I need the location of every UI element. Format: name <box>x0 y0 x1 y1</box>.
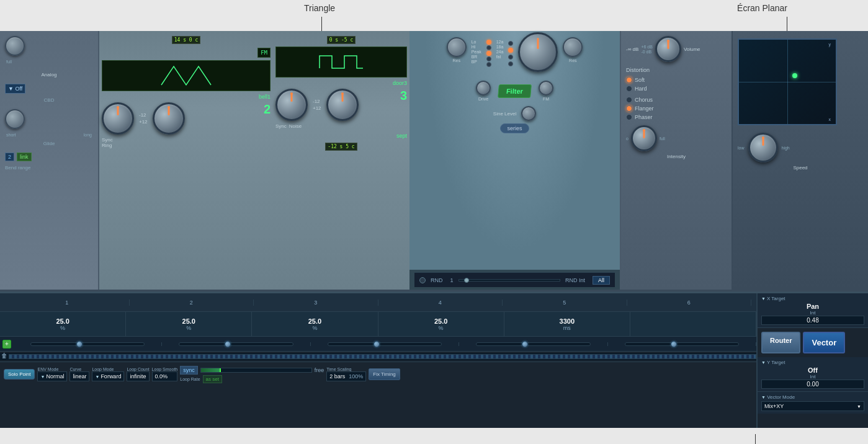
freq-24a-led[interactable] <box>508 55 513 60</box>
vector-mode-dropdown[interactable]: Mix+XY ▼ <box>761 401 864 411</box>
soft-effect[interactable]: Soft <box>626 77 727 83</box>
val-3: 25.0 % <box>252 312 378 336</box>
link-btn[interactable]: link <box>17 153 32 161</box>
off-dropdown[interactable]: ▼ Off <box>5 84 25 94</box>
env-waveform-bar[interactable] <box>9 354 756 359</box>
osc3-name: sept <box>275 133 407 139</box>
vector-btn[interactable]: Vector <box>803 332 845 353</box>
triangle-wave-svg <box>158 63 214 88</box>
slider-4[interactable] <box>459 342 607 346</box>
sine-level-knob[interactable] <box>521 106 536 121</box>
y-int-value[interactable]: 0.00 <box>761 380 864 389</box>
rnd-radio[interactable] <box>419 277 426 283</box>
lo-led[interactable] <box>486 40 491 45</box>
synth-panel: full Analog ▼ Off CBD short long Glide 2… <box>0 31 868 291</box>
res-knob[interactable] <box>447 37 467 57</box>
planar-speed-section: y x low high Speed <box>732 31 868 290</box>
effects-panel: -∞ dB +6 dB -0 dB Volume Distortion Soft… <box>620 31 732 290</box>
glide-knob[interactable] <box>5 109 25 129</box>
osc2-pitch-knob[interactable] <box>275 89 308 121</box>
rnd-slider[interactable] <box>459 279 560 282</box>
slider-2[interactable] <box>162 342 310 346</box>
flanger-effect[interactable]: Flanger <box>626 105 727 112</box>
peak-led[interactable] <box>486 51 491 56</box>
filter-btn[interactable]: Filter <box>498 84 532 98</box>
val-6 <box>630 312 756 336</box>
series-btn[interactable]: series <box>500 123 529 133</box>
env-slider-row: + <box>0 337 756 352</box>
hi-led[interactable] <box>486 45 491 50</box>
x-int-value[interactable]: 0.48 <box>761 316 864 325</box>
cutoff-knob[interactable] <box>518 32 558 72</box>
slider-3[interactable] <box>311 342 459 346</box>
ecran-planar-annotation: Écran Planar <box>737 3 787 13</box>
val-4: 25.0 % <box>378 312 504 336</box>
loop-smooth-control[interactable]: Loop Smooth 0.0% <box>152 367 178 381</box>
val-5: 3300 ms <box>504 312 630 336</box>
freq-12a-led[interactable] <box>508 41 513 46</box>
loop-count-control[interactable]: Loop Count infinite <box>127 367 149 381</box>
fm-display: FM <box>257 48 271 58</box>
time-scaling-control[interactable]: Time Scaling 2 bars 100% <box>326 367 366 381</box>
bottom-annotations-area: Solo Point Mode Env Curve Mode Loop Taux… <box>0 428 868 444</box>
phaser-effect[interactable]: Phaser <box>626 114 727 120</box>
osc2-section: 0 s -5 c door3 -12 +12 3 Sync Noise <box>273 31 409 290</box>
as-set-btn[interactable]: as set <box>203 375 222 383</box>
col-2: 2 <box>130 300 254 306</box>
y-target-section: ▼ Y Target Off Int 0.00 <box>758 357 868 392</box>
freq-18a-led[interactable] <box>508 48 513 53</box>
all-badge[interactable]: All <box>593 276 610 285</box>
volume-knob[interactable] <box>655 36 681 62</box>
fat-led[interactable] <box>508 61 513 66</box>
intensity-knob[interactable] <box>631 125 657 151</box>
fix-timing-btn[interactable]: Fix Timing <box>369 368 400 380</box>
osc2-wave-svg <box>316 50 366 74</box>
osc1-number: 2 <box>264 102 271 117</box>
osc2-mod-knob[interactable] <box>326 89 359 121</box>
slider-5[interactable] <box>608 342 756 346</box>
loop-rate-bar[interactable] <box>200 368 312 373</box>
router-btn[interactable]: Router <box>761 332 800 353</box>
solo-point-btn[interactable]: Solo Point <box>4 369 35 380</box>
add-point-btn[interactable]: + <box>2 340 11 349</box>
env-mode-dropdown[interactable]: ENV Mode ▼ Normal <box>37 367 67 381</box>
fm-knob[interactable] <box>539 81 553 95</box>
loop-rate-section: sync free Loop Rate as set <box>180 366 324 383</box>
trash-icon[interactable]: 🗑 <box>0 352 9 361</box>
osc2-wave-display <box>275 47 407 78</box>
chorus-effect[interactable]: Chorus <box>626 97 727 103</box>
br-led[interactable] <box>486 56 491 61</box>
res2-knob[interactable] <box>563 37 583 57</box>
drive-knob[interactable] <box>476 81 491 95</box>
env-controls-row: Solo Point ENV Mode ▼ Normal Curve linea… <box>0 362 756 386</box>
sync-btn[interactable]: sync <box>180 366 198 375</box>
rnd-bar: RND 1 RND Int All <box>414 272 615 287</box>
loop-mode-dropdown[interactable]: Loop Mode ▼ Forward <box>92 367 124 381</box>
env-points-row: 1 2 3 4 5 6 <box>0 293 756 312</box>
osc3-lcd: -12 s 5 c <box>325 143 357 151</box>
slider-1[interactable] <box>14 342 162 346</box>
env-timeline: 1 2 3 4 5 6 25.0 % 25. <box>0 293 756 428</box>
triangle-annotation: Triangle <box>304 3 335 13</box>
osc2-name: door3 <box>275 80 407 86</box>
val-1: 25.0 % <box>0 312 126 336</box>
bend-range-2[interactable]: 2 <box>5 153 14 161</box>
osc2-number: 3 <box>400 89 407 103</box>
planar-dot[interactable] <box>792 73 797 78</box>
osc1-pitch-knob[interactable] <box>102 102 134 135</box>
curve-dropdown[interactable]: Curve linear <box>69 367 89 381</box>
vector-mode-section: ▼ Vector Mode Mix+XY ▼ <box>758 392 868 414</box>
val-2: 25.0 % <box>126 312 252 336</box>
bp-led[interactable] <box>486 62 491 67</box>
env-value-row: 25.0 % 25.0 % 25.0 % 25.0 % 3300 ms <box>0 312 756 337</box>
x-target-section: ▼ X Target Pan Int 0.48 <box>758 293 868 328</box>
col-5: 5 <box>503 300 627 306</box>
hard-effect[interactable]: Hard <box>626 86 727 92</box>
left-panel: full Analog ▼ Off CBD short long Glide 2… <box>0 31 99 290</box>
analog-knob[interactable] <box>5 36 25 56</box>
col-3: 3 <box>254 300 378 306</box>
osc1-mod-knob[interactable] <box>153 102 185 135</box>
col-1: 1 <box>5 300 130 306</box>
env-progress-area: 🗑 <box>0 353 756 360</box>
speed-knob[interactable] <box>748 133 778 162</box>
